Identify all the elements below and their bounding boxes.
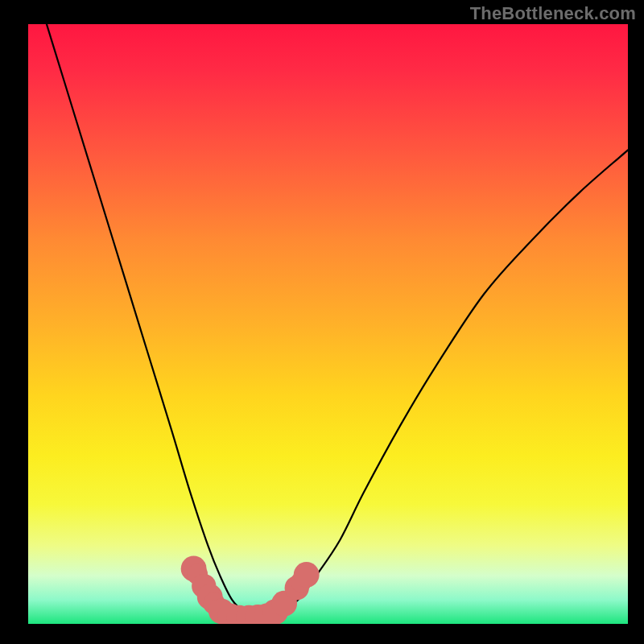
chart-frame: TheBottleneck.com (0, 0, 644, 644)
bottleneck-curve (28, 24, 628, 618)
watermark-text: TheBottleneck.com (470, 3, 636, 24)
curve-marker (294, 562, 320, 588)
chart-svg (28, 24, 628, 624)
plot-area (28, 24, 628, 624)
curve-markers (181, 556, 320, 624)
